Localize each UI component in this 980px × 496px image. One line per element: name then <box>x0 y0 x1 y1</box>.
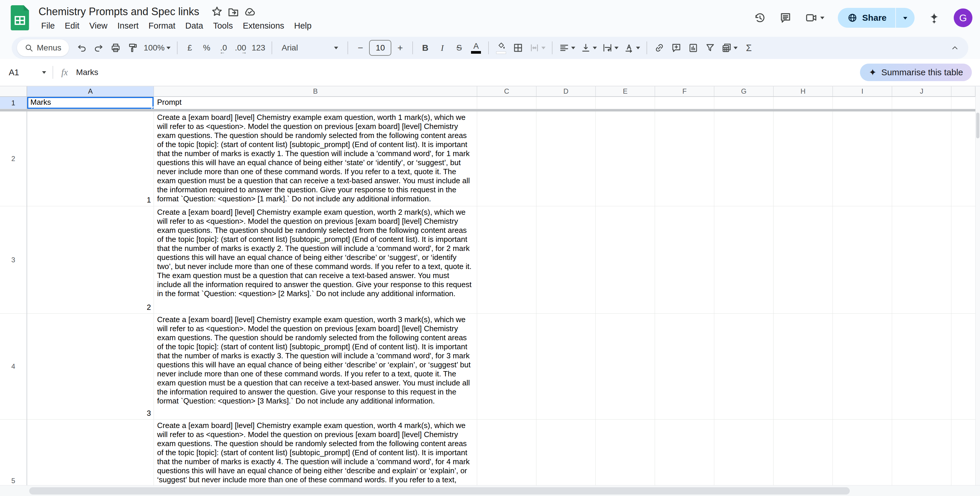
row-header-5[interactable]: 5 <box>0 420 27 485</box>
decrease-font-size-button[interactable]: − <box>352 39 369 57</box>
italic-button[interactable]: I <box>434 39 450 57</box>
cell-B4[interactable]: Create a [exam board] [level] Chemistry … <box>154 314 477 420</box>
undo-button[interactable] <box>73 39 90 57</box>
table-tools-button[interactable] <box>719 39 740 57</box>
format-percent-button[interactable]: % <box>199 39 215 57</box>
vertical-align-button[interactable] <box>578 39 599 57</box>
select-all-corner[interactable] <box>0 86 27 96</box>
avatar-initial: G <box>959 12 967 24</box>
menu-insert[interactable]: Insert <box>113 20 144 32</box>
font-family-selector[interactable]: Arial <box>276 39 344 57</box>
menu-extensions[interactable]: Extensions <box>238 20 289 32</box>
menu-help[interactable]: Help <box>289 20 317 32</box>
row-header-4[interactable]: 4 <box>0 314 27 420</box>
google-sheets-logo[interactable] <box>11 5 29 30</box>
text-color-button[interactable]: A <box>468 39 484 57</box>
summarise-table-button[interactable]: ✦ Summarise this table <box>860 63 972 81</box>
merge-cells-button[interactable] <box>527 39 548 57</box>
cell-A1-selected[interactable]: Marks <box>27 97 154 109</box>
document-title[interactable]: Chemistry Prompts and Spec links <box>36 6 202 18</box>
cell-A5[interactable]: 4 <box>27 420 154 485</box>
empty-cells-row-3[interactable] <box>477 206 975 314</box>
comments-icon[interactable] <box>780 12 792 24</box>
menu-format[interactable]: Format <box>144 20 180 32</box>
bold-button[interactable]: B <box>417 39 433 57</box>
cell-reference: A1 <box>9 68 19 77</box>
print-button[interactable] <box>107 39 124 57</box>
redo-button[interactable] <box>91 39 107 57</box>
vertical-scrollbar[interactable] <box>975 87 980 485</box>
insert-chart-button[interactable] <box>685 39 702 57</box>
column-header-H[interactable]: H <box>773 86 833 96</box>
column-header-D[interactable]: D <box>536 86 596 96</box>
fill-color-button[interactable] <box>493 39 509 57</box>
account-avatar[interactable]: G <box>954 8 972 27</box>
share-button[interactable]: Share <box>838 8 895 28</box>
text-wrapping-button[interactable] <box>600 39 621 57</box>
functions-button[interactable]: Σ <box>741 39 757 57</box>
meet-video-button[interactable] <box>805 12 824 24</box>
cell-A3-value: 2 <box>147 303 151 312</box>
menu-file[interactable]: File <box>36 20 60 32</box>
font-size-input[interactable]: 10 <box>369 40 391 56</box>
increase-font-size-button[interactable]: + <box>392 39 408 57</box>
menu-tools[interactable]: Tools <box>208 20 238 32</box>
horizontal-scrollbar-thumb[interactable] <box>29 487 850 494</box>
number-format-button[interactable]: 123 <box>250 39 268 57</box>
horizontal-align-button[interactable] <box>557 39 578 57</box>
menu-edit[interactable]: Edit <box>60 20 84 32</box>
empty-cells-row-2[interactable] <box>477 111 975 206</box>
formula-bar-value[interactable]: Marks <box>76 68 98 77</box>
create-filter-button[interactable] <box>702 39 718 57</box>
strikethrough-button[interactable]: S <box>451 39 467 57</box>
column-header-E[interactable]: E <box>596 86 655 96</box>
column-header-I[interactable]: I <box>833 86 892 96</box>
cell-B1[interactable]: Prompt <box>154 97 477 109</box>
version-history-icon[interactable] <box>754 12 766 24</box>
share-caret-icon <box>903 17 907 22</box>
paint-format-button[interactable] <box>124 39 141 57</box>
column-header-G[interactable]: G <box>714 86 773 96</box>
text-wrap-icon <box>602 43 612 53</box>
column-header-A[interactable]: A <box>27 86 154 96</box>
cell-A4[interactable]: 3 <box>27 314 154 420</box>
format-currency-button[interactable]: £ <box>181 39 198 57</box>
row-header-1[interactable]: 1 <box>0 97 27 109</box>
menus-search-button[interactable]: Menus <box>17 40 69 56</box>
insert-comment-button[interactable] <box>668 39 684 57</box>
menu-view[interactable]: View <box>84 20 113 32</box>
insert-link-button[interactable] <box>651 39 668 57</box>
collapse-toolbar-button[interactable] <box>947 39 963 57</box>
menu-data[interactable]: Data <box>180 20 208 32</box>
name-box[interactable]: A1 <box>0 68 52 77</box>
empty-cells-row-1[interactable] <box>477 97 975 109</box>
fill-color-swatch <box>496 51 506 54</box>
cloud-status-icon[interactable] <box>243 6 256 18</box>
borders-button[interactable] <box>510 39 526 57</box>
zoom-selector[interactable]: 100% <box>142 39 173 57</box>
star-icon[interactable] <box>211 6 223 18</box>
text-rotation-button[interactable] <box>621 39 643 57</box>
gemini-sparkle-icon[interactable] <box>928 12 940 24</box>
horizontal-scrollbar[interactable] <box>0 485 980 496</box>
row-header-3[interactable]: 3 <box>0 206 27 314</box>
frozen-row-divider[interactable] <box>0 109 975 111</box>
row-header-2[interactable]: 2 <box>0 111 27 206</box>
empty-cells-row-4[interactable] <box>477 314 975 420</box>
cell-A2[interactable]: 1 <box>27 111 154 206</box>
cell-A3[interactable]: 2 <box>27 206 154 314</box>
fill-handle[interactable] <box>151 106 154 109</box>
column-header-C[interactable]: C <box>477 86 536 96</box>
column-header-F[interactable]: F <box>655 86 714 96</box>
column-header-J[interactable]: J <box>892 86 951 96</box>
vertical-scrollbar-thumb[interactable] <box>976 113 979 138</box>
column-header-B[interactable]: B <box>154 86 477 96</box>
cell-B5[interactable]: Create a [exam board] [level] Chemistry … <box>154 420 477 485</box>
decrease-decimal-button[interactable]: .0← <box>215 39 232 57</box>
empty-cells-row-5[interactable] <box>477 420 975 485</box>
increase-decimal-button[interactable]: .00→ <box>232 39 249 57</box>
share-dropdown-button[interactable] <box>896 8 915 28</box>
cell-B2[interactable]: Create a [exam board] [level] Chemistry … <box>154 111 477 206</box>
cell-B3[interactable]: Create a [exam board] [level] Chemistry … <box>154 206 477 314</box>
move-folder-icon[interactable] <box>227 6 239 18</box>
